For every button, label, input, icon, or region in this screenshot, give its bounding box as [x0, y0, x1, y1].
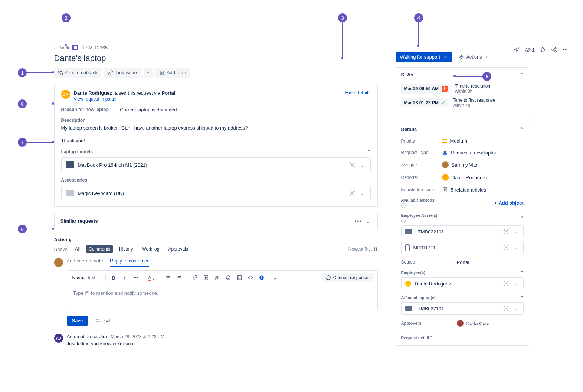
back-link[interactable]: Back [59, 45, 69, 50]
link-button[interactable] [190, 273, 200, 282]
link-issue-button[interactable]: Link issue [104, 68, 141, 78]
svg-point-39 [507, 245, 508, 246]
link-issue-dropdown[interactable] [144, 68, 153, 78]
add-internal-note-tab[interactable]: Add internal note [67, 258, 103, 267]
accessory-item[interactable]: Magic Keyboard (UK) ⌄ [61, 186, 371, 200]
source-value: Portal [457, 259, 469, 265]
comment-author[interactable]: Automation for Jira [67, 334, 107, 339]
laptop-models-label: Laptop models [61, 149, 93, 154]
collapse-icon[interactable]: ⌃ [367, 149, 371, 154]
collapse-icon[interactable]: ⌃ [520, 127, 524, 132]
assignee-field[interactable]: Sammy Vito [442, 161, 524, 168]
schema-icon[interactable] [349, 162, 355, 168]
issue-title[interactable]: Dante's laptop [54, 53, 378, 63]
requester-name[interactable]: Dante Rodriguez [74, 90, 112, 96]
editor-textarea[interactable]: Type @ to mention and notify someone. [67, 285, 377, 311]
tab-comments[interactable]: Comments [86, 245, 113, 253]
employee-row[interactable]: Dante Rodriguez ⌄ [401, 277, 524, 290]
text-color-button[interactable]: A ⌄ [147, 273, 157, 282]
svg-point-33 [504, 229, 505, 231]
expand-icon[interactable]: ⌄ [512, 306, 520, 311]
status-button[interactable]: Waiting for support [396, 52, 452, 62]
sla-resolution-name: Time to resolution [455, 84, 490, 89]
canned-responses-button[interactable]: Canned responses [322, 273, 374, 282]
back-chevron-icon[interactable]: ‹ [54, 45, 56, 50]
tab-all[interactable]: All [72, 245, 83, 253]
asset-row[interactable]: LTMB022101 ⌄ [401, 225, 524, 238]
insert-button[interactable]: + ⌄ [268, 273, 278, 282]
reason-value: Current laptop is damaged [120, 107, 177, 112]
numbered-list-button[interactable] [174, 273, 184, 282]
create-subtask-button[interactable]: Create subtask [54, 68, 101, 78]
asset-row[interactable]: MP01IP11 ⌄ [401, 241, 524, 254]
code-button[interactable] [246, 273, 255, 282]
reporter-field[interactable]: Dante Rodriguez [442, 174, 524, 181]
text-style-select[interactable]: Normal text [70, 274, 102, 281]
article-icon [442, 187, 448, 193]
sla-resolution-within: within 8h [455, 89, 490, 94]
info-icon[interactable]: i [401, 203, 406, 208]
collapse-icon[interactable]: ⌃ [429, 335, 432, 340]
request-type-field[interactable]: Request a new laptop [442, 150, 524, 156]
cancel-button[interactable]: Cancel [92, 316, 114, 326]
view-in-portal-link[interactable]: View request in portal [74, 97, 342, 102]
expand-icon[interactable]: ⌄ [512, 229, 520, 235]
hide-details-link[interactable]: Hide details [345, 90, 371, 102]
actions-button[interactable]: Actions [456, 54, 491, 60]
sort-toggle[interactable]: Newest first [348, 246, 378, 252]
approver-avatar [457, 320, 464, 327]
knowledge-base-field[interactable]: 5 related articles [442, 187, 524, 193]
collapse-icon[interactable]: ⌃ [520, 72, 524, 78]
expand-icon[interactable]: ⌄ [364, 218, 371, 224]
add-object-link[interactable]: + Add object [494, 200, 524, 206]
reply-customer-tab[interactable]: Reply to customer [110, 258, 149, 267]
tab-worklog[interactable]: Work log [139, 245, 162, 253]
bold-button[interactable]: B [109, 273, 118, 282]
callout-2: 2 [62, 13, 71, 22]
affected-row[interactable]: LTMB022101 ⌄ [401, 302, 524, 315]
tab-history[interactable]: History [116, 245, 136, 253]
more-icon[interactable] [562, 47, 568, 53]
info-icon[interactable]: i [401, 219, 406, 223]
svg-point-3 [555, 51, 556, 52]
add-form-button[interactable]: Add form [155, 68, 190, 78]
collapse-icon[interactable]: ⌃ [520, 295, 524, 300]
collapse-icon[interactable]: ⌃ [520, 216, 524, 220]
image-button[interactable] [201, 273, 211, 282]
collapse-icon[interactable]: ⌃ [520, 270, 524, 275]
similar-requests-title: Similar requests [60, 218, 98, 224]
table-button[interactable] [235, 273, 244, 282]
more-icon[interactable]: ••• [353, 218, 364, 224]
expand-icon[interactable]: ⌄ [359, 162, 366, 168]
phone-icon [405, 244, 410, 251]
issue-key[interactable]: ITSM-13365 [81, 45, 108, 50]
more-formatting-button[interactable]: ••• [131, 273, 141, 282]
save-button[interactable]: Save [67, 316, 88, 326]
info-button[interactable]: i [257, 273, 266, 282]
callout-5: 5 [482, 72, 491, 81]
sla-first-response-name: Time to first response [453, 98, 495, 103]
svg-point-24 [205, 277, 206, 277]
priority-field[interactable]: Medium [442, 138, 524, 144]
bullet-list-button[interactable] [163, 273, 173, 282]
share-icon[interactable] [551, 47, 557, 53]
expand-icon[interactable]: ⌄ [359, 190, 366, 196]
schema-icon[interactable] [503, 245, 509, 251]
svg-point-18 [350, 194, 351, 195]
callout-4: 4 [414, 13, 423, 22]
schema-icon[interactable] [349, 190, 355, 196]
tab-approvals[interactable]: Approvals [165, 245, 191, 253]
svg-point-25 [226, 276, 230, 280]
schema-icon[interactable] [503, 281, 509, 287]
italic-button[interactable]: I [120, 273, 130, 282]
expand-icon[interactable]: ⌄ [512, 245, 520, 251]
laptop-model-item[interactable]: MacBook Pro 16-inch M1 (2021) ⌄ [61, 157, 371, 172]
expand-icon[interactable]: ⌄ [512, 281, 520, 287]
details-panel: Details ⌃ Priority Medium Request Type R… [396, 122, 529, 346]
mention-button[interactable]: @ [212, 273, 222, 282]
schema-icon[interactable] [503, 229, 509, 235]
details-title: Details [401, 127, 417, 132]
schema-icon[interactable] [503, 306, 509, 311]
emoji-button[interactable] [223, 273, 233, 282]
approvers-field[interactable]: Darla Cote [457, 320, 489, 327]
